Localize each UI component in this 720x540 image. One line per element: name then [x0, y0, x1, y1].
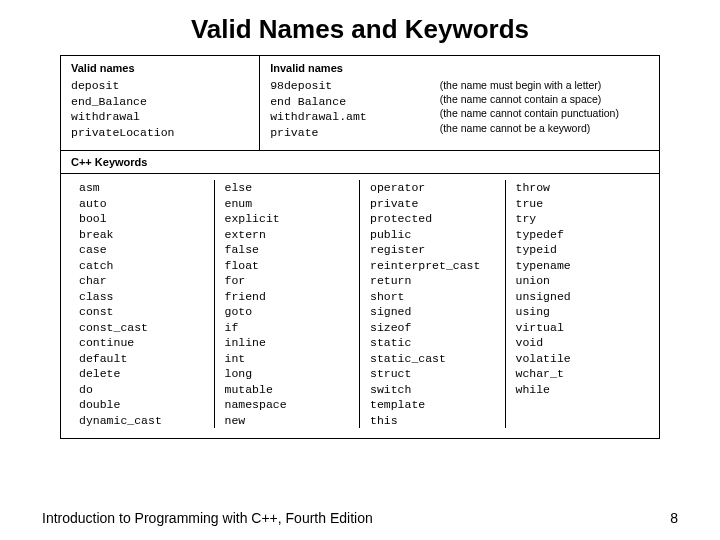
keyword-item: reinterpret_cast: [370, 258, 495, 274]
keyword-item: virtual: [516, 320, 642, 336]
keyword-item: auto: [79, 196, 204, 212]
keyword-item: try: [516, 211, 642, 227]
keyword-item: operator: [370, 180, 495, 196]
keywords-col-1: asmautoboolbreakcasecatchcharclassconstc…: [69, 180, 215, 428]
invalid-item: end Balance: [270, 94, 422, 110]
keyword-item: static: [370, 335, 495, 351]
keyword-item: template: [370, 397, 495, 413]
invalid-reason: (the name cannot contain a space): [440, 92, 649, 106]
keyword-item: const_cast: [79, 320, 204, 336]
keyword-item: new: [225, 413, 350, 429]
keyword-item: this: [370, 413, 495, 429]
keyword-item: if: [225, 320, 350, 336]
keyword-item: typename: [516, 258, 642, 274]
keyword-item: signed: [370, 304, 495, 320]
page-number: 8: [670, 510, 678, 526]
valid-item: deposit: [71, 78, 249, 94]
keyword-item: asm: [79, 180, 204, 196]
keyword-item: short: [370, 289, 495, 305]
keyword-item: void: [516, 335, 642, 351]
keyword-item: namespace: [225, 397, 350, 413]
keyword-item: sizeof: [370, 320, 495, 336]
keyword-item: case: [79, 242, 204, 258]
keyword-item: protected: [370, 211, 495, 227]
invalid-item: private: [270, 125, 422, 141]
keyword-item: inline: [225, 335, 350, 351]
keyword-item: mutable: [225, 382, 350, 398]
keyword-item: class: [79, 289, 204, 305]
keyword-item: volatile: [516, 351, 642, 367]
keywords-col-4: throwtruetrytypedeftypeidtypenameunionun…: [506, 180, 652, 428]
footer-text: Introduction to Programming with C++, Fo…: [42, 510, 373, 526]
footer: Introduction to Programming with C++, Fo…: [42, 510, 678, 526]
keywords-grid: asmautoboolbreakcasecatchcharclassconstc…: [61, 174, 659, 438]
keyword-item: explicit: [225, 211, 350, 227]
keyword-item: do: [79, 382, 204, 398]
keyword-item: catch: [79, 258, 204, 274]
keyword-item: default: [79, 351, 204, 367]
invalid-item: 98deposit: [270, 78, 422, 94]
invalid-item: withdrawal.amt: [270, 109, 422, 125]
keyword-item: break: [79, 227, 204, 243]
keyword-item: unsigned: [516, 289, 642, 305]
keyword-item: static_cast: [370, 351, 495, 367]
keyword-item: bool: [79, 211, 204, 227]
keyword-item: wchar_t: [516, 366, 642, 382]
valid-item: privateLocation: [71, 125, 249, 141]
keyword-item: public: [370, 227, 495, 243]
valid-heading: Valid names: [71, 62, 249, 74]
keyword-item: continue: [79, 335, 204, 351]
names-section: Valid names deposit end_Balance withdraw…: [61, 56, 659, 150]
keyword-item: true: [516, 196, 642, 212]
keyword-item: else: [225, 180, 350, 196]
valid-names-cell: Valid names deposit end_Balance withdraw…: [61, 56, 260, 150]
keyword-item: dynamic_cast: [79, 413, 204, 429]
keyword-item: int: [225, 351, 350, 367]
keywords-col-2: elseenumexplicitexternfalsefloatforfrien…: [215, 180, 361, 428]
invalid-reason: (the name cannot be a keyword): [440, 121, 649, 135]
keyword-item: while: [516, 382, 642, 398]
keyword-item: char: [79, 273, 204, 289]
invalid-heading: Invalid names: [270, 62, 422, 74]
invalid-reason: (the name must begin with a letter): [440, 78, 649, 92]
keyword-item: throw: [516, 180, 642, 196]
invalid-names-cell: Invalid names 98deposit end Balance with…: [260, 56, 659, 150]
keyword-item: long: [225, 366, 350, 382]
keyword-item: for: [225, 273, 350, 289]
keyword-item: friend: [225, 289, 350, 305]
keywords-heading: C++ Keywords: [61, 150, 659, 174]
valid-item: end_Balance: [71, 94, 249, 110]
keyword-item: false: [225, 242, 350, 258]
keyword-item: switch: [370, 382, 495, 398]
valid-item: withdrawal: [71, 109, 249, 125]
keyword-item: goto: [225, 304, 350, 320]
keyword-item: struct: [370, 366, 495, 382]
keyword-item: delete: [79, 366, 204, 382]
content-frame: Valid names deposit end_Balance withdraw…: [60, 55, 660, 439]
keyword-item: const: [79, 304, 204, 320]
slide-title: Valid Names and Keywords: [0, 0, 720, 55]
keyword-item: union: [516, 273, 642, 289]
keyword-item: enum: [225, 196, 350, 212]
keyword-item: typedef: [516, 227, 642, 243]
keyword-item: float: [225, 258, 350, 274]
keywords-col-3: operatorprivateprotectedpublicregisterre…: [360, 180, 506, 428]
keyword-item: return: [370, 273, 495, 289]
invalid-reason: (the name cannot contain punctuation): [440, 106, 649, 120]
keyword-item: using: [516, 304, 642, 320]
keyword-item: typeid: [516, 242, 642, 258]
keyword-item: register: [370, 242, 495, 258]
keyword-item: private: [370, 196, 495, 212]
keyword-item: double: [79, 397, 204, 413]
keyword-item: extern: [225, 227, 350, 243]
